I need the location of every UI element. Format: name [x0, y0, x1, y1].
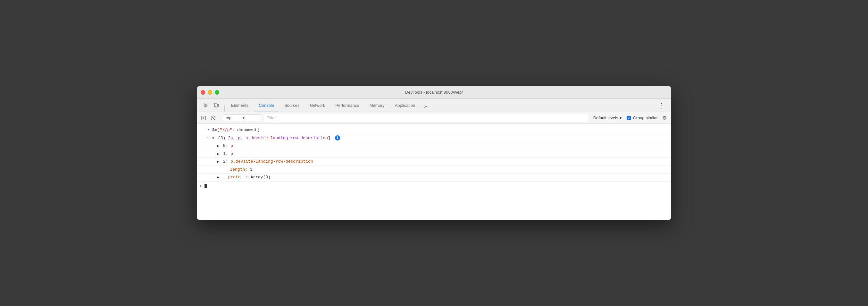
expand-proto[interactable]: ▶ — [217, 176, 219, 179]
cursor — [205, 184, 207, 188]
line-gutter: › — [199, 127, 212, 132]
expand-item-2[interactable]: ▶ — [217, 160, 219, 164]
array-item-0: ▶ 0: p — [197, 142, 671, 150]
console-output: › $x("//p", document) ← ▼ (3) [p, p, p.d… — [197, 124, 671, 220]
item-content-0: ▶ 0: p — [217, 143, 669, 149]
chevron-down-icon: ▾ — [243, 116, 258, 120]
array-items: p, p, p.devsite-landing-row-description — [230, 136, 328, 140]
console-input-line-1: › $x("//p", document) — [197, 127, 671, 134]
tab-memory[interactable]: Memory — [365, 99, 390, 112]
tab-console[interactable]: Console — [253, 99, 279, 112]
console-input-area: › — [197, 182, 671, 191]
clear-icon — [211, 115, 216, 120]
array-count: (3) [ — [218, 136, 230, 140]
vertical-dots-icon: ⋮ — [658, 102, 665, 109]
traffic-lights — [200, 90, 219, 94]
input-prompt: › — [207, 127, 210, 132]
tab-performance[interactable]: Performance — [330, 99, 364, 112]
item-value-2: p.devsite-landing-row-description — [230, 159, 313, 164]
group-similar-checkbox[interactable]: ✓ — [627, 116, 631, 120]
svg-rect-1 — [217, 104, 219, 107]
device-icon — [214, 103, 219, 108]
context-selector[interactable]: top ▾ — [223, 114, 261, 121]
item-index-2: 2: — [223, 159, 230, 164]
expand-item-0[interactable]: ▶ — [217, 144, 219, 148]
gear-icon: ⚙ — [662, 115, 667, 121]
array-result-content: ▼ (3) [p, p, p.devsite-landing-row-descr… — [212, 135, 669, 141]
line-content: $x("//p", document) — [212, 127, 669, 134]
array-item-1: ▶ 1: p — [197, 150, 671, 158]
array-proto-prop: ▶ __proto__: Array(0) — [197, 173, 671, 182]
length-key: length — [230, 167, 245, 172]
minimize-button[interactable] — [208, 90, 212, 94]
cursor-icon — [204, 103, 209, 108]
devtools-window: DevTools - localhost:8080/web/ Elements — [197, 86, 671, 220]
array-item-2: ▶ 2: p.devsite-landing-row-description — [197, 158, 671, 166]
expand-item-1[interactable]: ▶ — [217, 152, 219, 156]
length-content: length: 3 — [217, 166, 669, 173]
code-text: $x("//p", document) — [212, 128, 260, 133]
levels-chevron-icon: ▾ — [620, 116, 621, 120]
title-bar: DevTools - localhost:8080/web/ — [197, 86, 671, 99]
item-content-2: ▶ 2: p.devsite-landing-row-description — [217, 159, 669, 165]
devtools-menu-button[interactable]: ⋮ — [654, 99, 669, 112]
item-index-1: 1: — [223, 151, 230, 156]
info-badge: i — [335, 135, 340, 140]
group-similar-label[interactable]: ✓ Group similar — [625, 115, 659, 120]
expand-array-button[interactable]: ▼ — [212, 137, 214, 140]
proto-key: __proto__ — [223, 175, 246, 179]
length-value: 3 — [250, 167, 253, 172]
window-title: DevTools - localhost:8080/web/ — [405, 90, 463, 94]
tab-bar: Elements Console Sources Network Perform… — [197, 99, 671, 112]
close-button[interactable] — [200, 90, 205, 94]
tab-divider-1 — [224, 106, 225, 112]
item-content-1: ▶ 1: p — [217, 151, 669, 157]
console-toolbar: top ▾ Default levels ▾ ✓ Group similar ⚙ — [197, 112, 671, 124]
item-index-0: 0: — [223, 143, 230, 148]
svg-line-6 — [212, 116, 215, 119]
default-levels-button[interactable]: Default levels ▾ — [591, 114, 624, 121]
svg-rect-0 — [214, 103, 217, 107]
more-tabs-icon: » — [424, 104, 427, 109]
tab-network[interactable]: Network — [305, 99, 331, 112]
clear-console-button[interactable] — [209, 114, 217, 122]
proto-content: ▶ __proto__: Array(0) — [217, 174, 669, 180]
execute-icon — [201, 116, 206, 120]
settings-button[interactable]: ⚙ — [660, 114, 669, 122]
inspect-element-button[interactable] — [202, 101, 210, 110]
back-arrow-icon: ← — [207, 135, 210, 140]
tab-bar-icons — [199, 99, 223, 112]
console-result-line: ← ▼ (3) [p, p, p.devsite-landing-row-des… — [197, 134, 671, 142]
item-value-0: p — [230, 143, 233, 148]
filter-input[interactable] — [264, 114, 588, 122]
device-toggle-button[interactable] — [212, 101, 220, 110]
tab-application[interactable]: Application — [390, 99, 421, 112]
maximize-button[interactable] — [215, 90, 219, 94]
item-value-1: p — [230, 151, 233, 156]
array-length-prop: length: 3 — [197, 166, 671, 174]
toolbar-divider-1 — [220, 115, 220, 121]
tab-elements[interactable]: Elements — [226, 99, 253, 112]
back-arrow-gutter: ← — [199, 135, 212, 140]
tab-sources[interactable]: Sources — [279, 99, 305, 112]
execute-script-button[interactable] — [199, 114, 208, 122]
console-prompt: › — [199, 184, 202, 189]
more-tabs-button[interactable]: » — [420, 101, 431, 112]
